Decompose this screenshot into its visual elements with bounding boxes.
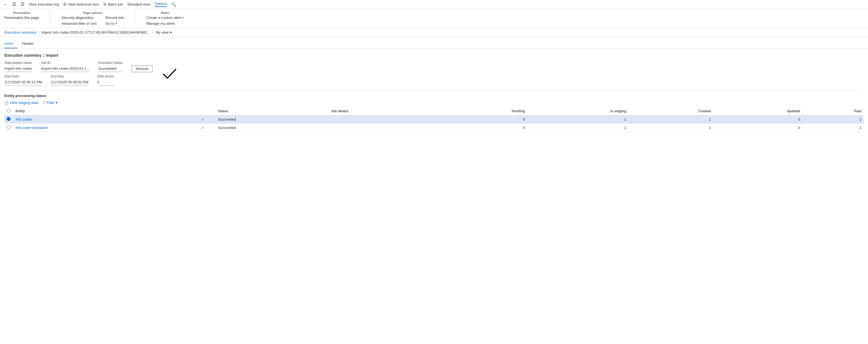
row-job-details-1 xyxy=(329,124,438,132)
tabs: Lines Header xyxy=(0,39,868,49)
page-options-group-items: Security diagnostics Advanced filter or … xyxy=(61,16,124,26)
ribbon-sep-2 xyxy=(135,11,135,26)
table-row[interactable]: Info code translation ✓ Succeeded 0 1 1 … xyxy=(4,124,864,132)
row-entity-1: Info code translation xyxy=(13,124,199,132)
options-button[interactable]: Options xyxy=(155,2,167,7)
row-job-details-0 xyxy=(329,115,438,124)
standard-view-button[interactable]: Standard view xyxy=(127,2,150,6)
start-time-label: Start time xyxy=(4,75,42,78)
record-info-button[interactable]: Record info xyxy=(105,16,124,20)
view-selector[interactable]: My view ▾ xyxy=(156,30,172,34)
breadcrumb: Execution summary | Import info codes-20… xyxy=(0,28,868,37)
entity-toolbar: 📋 View staging data ▽ Filter ▾ xyxy=(4,101,864,105)
tab-header[interactable]: Header xyxy=(22,39,38,48)
row-status-1: Succeeded xyxy=(216,124,329,132)
job-id-label: Job ID xyxy=(41,61,89,65)
execution-status-field: Execution status Succeeded xyxy=(98,61,123,72)
row-pending-0: 0 xyxy=(439,115,527,124)
th-status: Status xyxy=(216,107,329,115)
th-check xyxy=(199,107,216,115)
personalize-this-page-label: Personalize this page xyxy=(4,16,39,20)
view-selector-label: My view xyxy=(156,30,169,34)
view-historical-runs-button[interactable]: ☰ View historical runs xyxy=(63,2,99,6)
create-custom-alert-button[interactable]: Create a custom alert ▾ xyxy=(146,16,183,20)
success-checkmark-icon xyxy=(161,65,178,82)
data-project-name-value: Import info codes xyxy=(4,66,32,72)
row-check-1: ✓ xyxy=(199,124,216,132)
row-radio-cell[interactable] xyxy=(4,115,13,124)
table-row[interactable]: Info codes ✓ Succeeded 0 1 1 0 1 xyxy=(4,115,864,124)
start-time-field: Start time 1/17/2025 05:45:21 PM xyxy=(4,75,42,86)
th-select xyxy=(4,107,13,115)
end-time-label: End time xyxy=(51,75,88,78)
refresh-button[interactable]: Refresh xyxy=(132,65,153,72)
row-check-0: ✓ xyxy=(199,115,216,124)
row-radio-0[interactable] xyxy=(7,117,10,121)
go-to-label: Go to xyxy=(105,21,115,26)
end-time-field: End time 1/17/2025 05:45:52 PM xyxy=(51,75,88,86)
tab-lines-label: Lines xyxy=(4,41,13,46)
row-radio-1[interactable] xyxy=(7,125,10,129)
th-created-label: Created xyxy=(699,109,711,113)
page-options-group-title: Page options xyxy=(61,11,124,15)
breadcrumb-sep-1: | xyxy=(38,30,39,34)
th-updated: Updated xyxy=(713,107,803,115)
row-pending-1: 0 xyxy=(439,124,527,132)
th-job-details-label: Job details xyxy=(331,109,348,113)
ribbon-sep-1 xyxy=(50,11,50,26)
batch-job-icon: ☰ xyxy=(103,2,106,6)
search-icon[interactable]: 🔍 xyxy=(171,2,176,7)
list-icon2[interactable]: ☰ xyxy=(21,2,25,7)
advanced-filter-button[interactable]: Advanced filter or sort xyxy=(61,21,96,26)
fields-area: Data project name Import info codes Job … xyxy=(4,61,152,86)
back-button[interactable]: ← xyxy=(3,2,8,7)
top-nav: ← ☰ ☰ View execution log ☰ View historic… xyxy=(0,0,868,9)
filter-button[interactable]: ▽ Filter ▾ xyxy=(42,101,58,105)
data-project-name-label: Data project name xyxy=(4,61,32,65)
filter-icon: ▽ xyxy=(42,101,45,105)
th-job-details: Job details xyxy=(329,107,438,115)
with-errors-value: 0 xyxy=(97,80,115,86)
th-created: Created xyxy=(628,107,713,115)
entity-table: Entity Status Job details Pending In sta… xyxy=(4,107,864,132)
share-group-title: Share xyxy=(146,11,183,15)
section-divider xyxy=(4,90,864,90)
row-updated-1: 0 xyxy=(713,124,803,132)
view-staging-data-button[interactable]: 📋 View staging data xyxy=(4,101,38,105)
tab-lines[interactable]: Lines xyxy=(4,39,18,48)
select-all-radio[interactable] xyxy=(7,109,10,113)
menu-icon[interactable]: ☰ xyxy=(12,2,16,7)
table-header-row: Entity Status Job details Pending In sta… xyxy=(4,107,864,115)
row-total-1: 1 xyxy=(803,124,864,132)
ribbon: Personalize Personalize this page Page o… xyxy=(0,9,868,28)
batch-job-label: Batch job xyxy=(108,2,123,6)
row-radio-cell[interactable] xyxy=(4,124,13,132)
personalize-group: Personalize Personalize this page xyxy=(4,11,39,26)
th-total-label: Total xyxy=(854,109,861,113)
row-in-staging-1: 1 xyxy=(527,124,628,132)
standard-view-label: Standard view xyxy=(127,2,150,6)
start-time-value: 1/17/2025 05:45:21 PM xyxy=(4,80,42,86)
data-project-name-field: Data project name Import info codes xyxy=(4,61,32,72)
view-execution-log-button[interactable]: View execution log xyxy=(29,2,59,6)
alert-dropdown-icon: ▾ xyxy=(182,16,184,19)
breadcrumb-execution-summary[interactable]: Execution summary xyxy=(4,30,36,34)
row-created-1: 1 xyxy=(628,124,713,132)
personalize-this-page-button[interactable]: Personalize this page xyxy=(4,16,39,20)
fields-row-2: Start time 1/17/2025 05:45:21 PM End tim… xyxy=(4,75,152,86)
personalize-group-title: Personalize xyxy=(4,11,39,15)
batch-job-button[interactable]: ☰ Batch job xyxy=(103,2,123,6)
manage-alerts-button[interactable]: Manage my alerts xyxy=(146,21,183,26)
row-in-staging-0: 1 xyxy=(527,115,628,124)
view-selector-dropdown-icon: ▾ xyxy=(170,30,172,34)
execution-summary-title: Execution summary :: Import xyxy=(4,53,864,58)
th-entity: Entity xyxy=(13,107,199,115)
th-total: Total xyxy=(803,107,864,115)
view-staging-data-label: View staging data xyxy=(10,101,38,105)
advanced-filter-label: Advanced filter or sort xyxy=(61,21,96,26)
share-group-items: Create a custom alert ▾ Manage my alerts xyxy=(146,16,183,26)
security-diagnostics-button[interactable]: Security diagnostics xyxy=(61,16,96,20)
personalize-group-items: Personalize this page xyxy=(4,16,39,20)
breadcrumb-job-name: Import info codes-2025-01-17T17:45:06-F0… xyxy=(42,30,151,34)
go-to-button[interactable]: Go to ▾ xyxy=(105,21,124,26)
